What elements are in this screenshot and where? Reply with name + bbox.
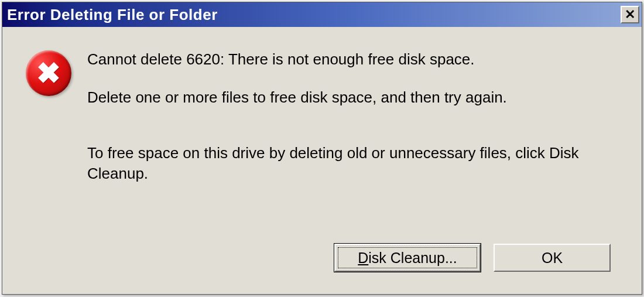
message-line-3: To free space on this drive by deleting … [87,143,609,184]
dialog-title: Error Deleting File or Folder [7,6,218,24]
x-mark-icon: ✖ [36,59,61,88]
button-row: Disk Cleanup... OK [26,244,621,282]
message-column: Cannot delete 6620: There is not enough … [81,49,621,184]
close-icon: ✕ [625,8,635,21]
disk-cleanup-label: Disk Cleanup... [358,250,457,267]
error-dialog: Error Deleting File or Folder ✕ ✖ Cannot… [2,2,642,295]
message-line-2: Delete one or more files to free disk sp… [87,87,609,108]
close-button[interactable]: ✕ [621,6,639,23]
dialog-content: ✖ Cannot delete 6620: There is not enoug… [2,27,642,294]
message-line-1: Cannot delete 6620: There is not enough … [87,49,609,70]
content-row: ✖ Cannot delete 6620: There is not enoug… [26,49,621,244]
ok-label: OK [542,250,563,267]
error-icon: ✖ [26,50,71,96]
icon-column: ✖ [26,49,81,96]
ok-button[interactable]: OK [494,244,611,272]
titlebar[interactable]: Error Deleting File or Folder ✕ [2,2,642,27]
disk-cleanup-button[interactable]: Disk Cleanup... [334,244,481,272]
